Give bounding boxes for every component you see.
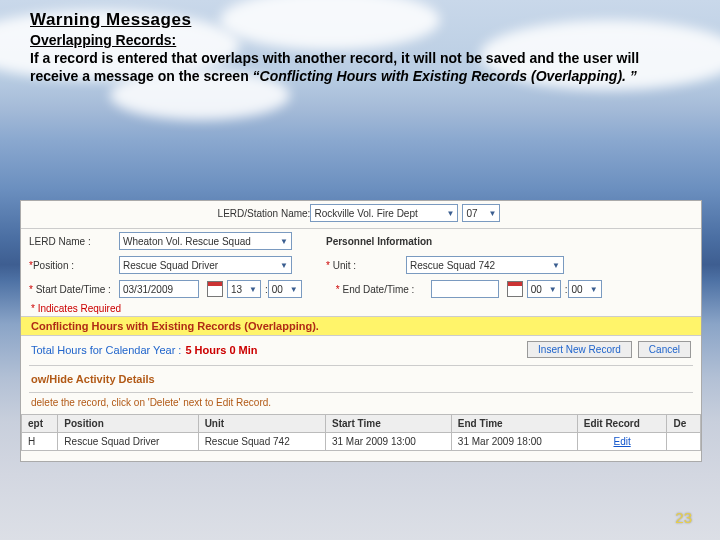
cell-start: 31 Mar 2009 13:00 [325, 433, 451, 451]
lerd-row: LERD Name : Wheaton Vol. Rescue Squad▼ P… [21, 229, 701, 253]
heading: Warning Messages [30, 10, 690, 30]
end-date-input[interactable] [431, 280, 499, 298]
screenshot-panel: LERD/Station Name: Rockville Vol. Fire D… [20, 200, 702, 462]
position-label: Position : [33, 260, 74, 271]
start-hh-select[interactable]: 13▼ [227, 280, 261, 298]
table-row: H Rescue Squad Driver Rescue Squad 742 3… [22, 433, 701, 451]
station-row: LERD/Station Name: Rockville Vol. Fire D… [21, 201, 701, 229]
subheading: Overlapping Records: [30, 32, 690, 48]
th-del: De [667, 415, 701, 433]
station-num-select[interactable]: 07▼ [462, 204, 500, 222]
section-header[interactable]: ow/Hide Activity Details [21, 368, 701, 390]
cell-dept: H [22, 433, 58, 451]
required-note: * Indicates Required [21, 301, 701, 316]
lerd-select[interactable]: Wheaton Vol. Rescue Squad▼ [119, 232, 292, 250]
th-end: End Time [451, 415, 577, 433]
slide-text: Warning Messages Overlapping Records: If… [30, 10, 690, 85]
end-hh-select[interactable]: 00▼ [527, 280, 561, 298]
position-select[interactable]: Rescue Squad Driver▼ [119, 256, 292, 274]
unit-select[interactable]: Rescue Squad 742▼ [406, 256, 564, 274]
start-label: Start Date/Time : [36, 284, 111, 295]
warning-bar: Conflicting Hours with Existing Records … [21, 316, 701, 336]
chevron-down-icon: ▼ [280, 261, 288, 270]
position-row: *Position : Rescue Squad Driver▼ * Unit … [21, 253, 701, 277]
total-value: 5 Hours 0 Min [185, 344, 257, 356]
body-message: “Conflicting Hours with Existing Records… [253, 68, 637, 84]
station-select[interactable]: Rockville Vol. Fire Dept▼ [310, 204, 458, 222]
total-bar: Total Hours for Calendar Year : 5 Hours … [21, 336, 701, 363]
start-mm-select[interactable]: 00▼ [268, 280, 302, 298]
table-header-row: ept Position Unit Start Time End Time Ed… [22, 415, 701, 433]
chevron-down-icon: ▼ [446, 209, 454, 218]
chevron-down-icon: ▼ [488, 209, 496, 218]
calendar-icon[interactable] [207, 281, 223, 297]
end-mm-select[interactable]: 00▼ [568, 280, 602, 298]
datetime-row: * Start Date/Time : 03/31/2009 13▼ : 00▼… [21, 277, 701, 301]
start-date-input[interactable]: 03/31/2009 [119, 280, 199, 298]
insert-record-button[interactable]: Insert New Record [527, 341, 632, 358]
cell-end: 31 Mar 2009 18:00 [451, 433, 577, 451]
help-text: delete the record, click on 'Delete' nex… [21, 395, 701, 414]
cell-position: Rescue Squad Driver [58, 433, 198, 451]
station-label: LERD/Station Name: [218, 208, 311, 219]
th-dept: ept [22, 415, 58, 433]
records-table: ept Position Unit Start Time End Time Ed… [21, 414, 701, 451]
chevron-down-icon: ▼ [280, 237, 288, 246]
th-start: Start Time [325, 415, 451, 433]
cell-unit: Rescue Squad 742 [198, 433, 325, 451]
total-label: Total Hours for Calendar Year : [31, 344, 181, 356]
th-unit: Unit [198, 415, 325, 433]
personnel-info-label: Personnel Information [326, 236, 432, 247]
calendar-icon[interactable] [507, 281, 523, 297]
th-position: Position [58, 415, 198, 433]
body-paragraph: If a record is entered that overlaps wit… [30, 50, 690, 85]
end-label: End Date/Time : [342, 284, 414, 295]
unit-label: Unit : [333, 260, 356, 271]
cancel-button[interactable]: Cancel [638, 341, 691, 358]
th-edit: Edit Record [577, 415, 667, 433]
cell-del [667, 433, 701, 451]
edit-link[interactable]: Edit [577, 433, 667, 451]
lerd-label: LERD Name : [29, 236, 119, 247]
page-number: 23 [675, 509, 692, 526]
chevron-down-icon: ▼ [552, 261, 560, 270]
